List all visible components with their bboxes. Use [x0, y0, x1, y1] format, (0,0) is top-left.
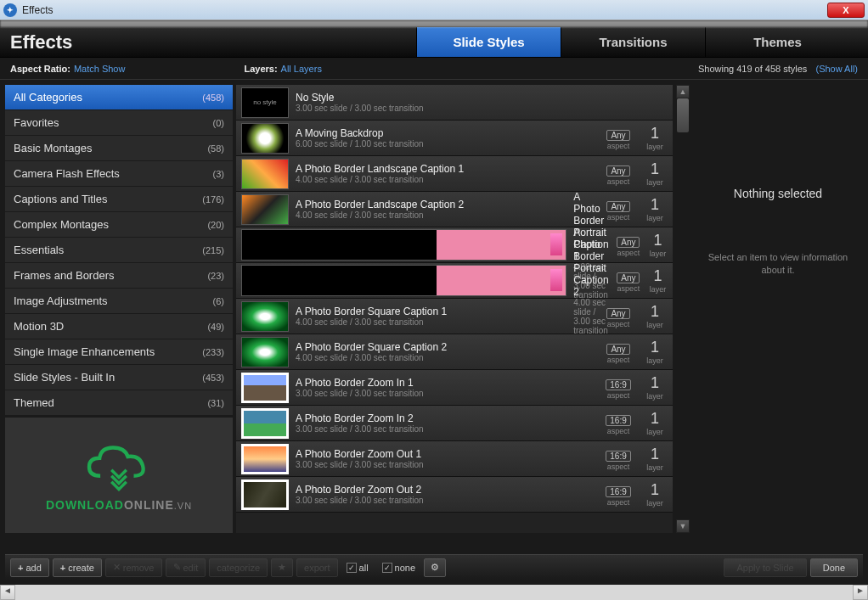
category-name: Captions and Titles: [14, 193, 108, 205]
horizontal-scrollbar[interactable]: ◄ ►: [0, 585, 868, 600]
category-item[interactable]: Captions and Titles(176): [5, 187, 233, 212]
aspect-label: aspect: [601, 142, 635, 150]
category-name: All Categories: [14, 91, 82, 104]
category-count: (233): [202, 347, 224, 357]
style-thumbnail: [241, 194, 289, 225]
category-name: Essentials: [14, 244, 64, 256]
style-row[interactable]: no styleNo Style3.00 sec slide / 3.00 se…: [236, 85, 673, 121]
tab-transitions[interactable]: Transitions: [561, 27, 705, 57]
style-name: A Photo Border Portrait Caption 2: [573, 227, 608, 298]
category-name: Camera Flash Effects: [14, 167, 120, 180]
edit-button: ✎edit: [166, 558, 206, 577]
style-row[interactable]: A Moving Backdrop6.00 sec slide / 1.00 s…: [236, 121, 673, 156]
window-title: Effects: [22, 4, 53, 16]
style-desc: 3.00 sec slide / 3.00 sec transition: [296, 460, 595, 469]
select-all-checkbox[interactable]: ✓all: [341, 563, 374, 573]
style-name: No Style: [296, 92, 595, 104]
category-item[interactable]: Frames and Borders(23): [5, 263, 233, 289]
category-item[interactable]: All Categories(458): [5, 85, 233, 110]
layer-label: layer: [642, 463, 668, 472]
style-thumbnail: [241, 159, 289, 189]
aspect-label: aspect: [601, 427, 635, 435]
hscroll-track[interactable]: [15, 585, 853, 600]
style-list[interactable]: no styleNo Style3.00 sec slide / 3.00 se…: [236, 85, 673, 533]
select-none-checkbox[interactable]: ✓none: [377, 563, 420, 573]
style-row[interactable]: A Photo Border Zoom Out 13.00 sec slide …: [236, 441, 673, 477]
page-title: Effects: [0, 31, 416, 53]
style-thumbnail: [241, 479, 289, 510]
style-desc: 4.00 sec slide / 3.00 sec transition: [296, 210, 595, 220]
style-name: A Photo Border Zoom In 2: [296, 412, 595, 424]
style-name: A Photo Border Landscape Caption 1: [296, 163, 595, 175]
category-count: (453): [202, 373, 224, 383]
style-desc: 3.00 sec slide / 3.00 sec transition: [296, 389, 595, 398]
layer-label: layer: [642, 499, 668, 507]
layer-count: 1: [642, 446, 668, 463]
layer-count: 1: [642, 125, 668, 143]
scroll-left-button[interactable]: ◄: [0, 585, 15, 600]
style-row[interactable]: A Photo Border Zoom In 23.00 sec slide /…: [236, 406, 673, 441]
category-item[interactable]: Single Image Enhancements(233): [5, 339, 233, 365]
tab-slide-styles[interactable]: Slide Styles: [416, 27, 561, 57]
style-name: A Photo Border Zoom In 1: [296, 377, 595, 389]
layer-label: layer: [642, 356, 668, 365]
scroll-thumb[interactable]: [677, 98, 689, 132]
create-button[interactable]: +create: [53, 558, 102, 577]
style-row[interactable]: A Photo Border Zoom Out 23.00 sec slide …: [236, 477, 673, 513]
style-row[interactable]: A Photo Border Portrait Caption 24.00 se…: [236, 263, 673, 299]
apply-button: Apply to Slide: [724, 558, 806, 577]
cloud-download-icon: [81, 439, 157, 498]
layer-count: 1: [642, 196, 668, 214]
style-row[interactable]: A Photo Border Zoom In 13.00 sec slide /…: [236, 370, 673, 406]
layer-count: 1: [648, 267, 668, 285]
style-name: A Photo Border Zoom Out 2: [296, 484, 595, 496]
sidebar: All Categories(458)Favorites(0)Basic Mon…: [5, 85, 233, 533]
app-icon: ✦: [3, 3, 17, 17]
scroll-up-button[interactable]: ▲: [676, 85, 690, 98]
category-list: All Categories(458)Favorites(0)Basic Mon…: [5, 85, 233, 416]
layer-count: 1: [642, 303, 668, 321]
style-thumbnail: [241, 301, 289, 332]
style-name: A Photo Border Square Caption 2: [296, 341, 595, 353]
category-item[interactable]: Motion 3D(49): [5, 314, 233, 339]
preview-title: Nothing selected: [702, 187, 854, 200]
category-item[interactable]: Camera Flash Effects(3): [5, 161, 233, 187]
aspect-badge: 16:9: [606, 415, 630, 426]
category-name: Favorites: [14, 116, 59, 129]
scroll-right-button[interactable]: ►: [853, 585, 868, 600]
style-thumbnail: [241, 229, 566, 261]
category-item[interactable]: Image Adjustments(6): [5, 289, 233, 314]
aspect-ratio-value[interactable]: Match Show: [74, 64, 126, 74]
aspect-label: aspect: [601, 177, 635, 186]
aspect-label: aspect: [601, 498, 635, 507]
category-item[interactable]: Favorites(0): [5, 110, 233, 136]
category-count: (3): [213, 169, 224, 179]
category-item[interactable]: Slide Styles - Built In(453): [5, 365, 233, 390]
style-name: A Photo Border Zoom Out 1: [296, 448, 595, 460]
category-item[interactable]: Essentials(215): [5, 238, 233, 263]
category-name: Motion 3D: [14, 320, 64, 333]
style-thumbnail: [241, 408, 289, 439]
close-button[interactable]: X: [827, 3, 865, 18]
category-item[interactable]: Themed(31): [5, 390, 233, 416]
add-button[interactable]: +add: [10, 558, 49, 577]
aspect-badge: Any: [606, 201, 629, 212]
aspect-badge: Any: [617, 237, 640, 248]
settings-button[interactable]: ⚙: [424, 558, 446, 577]
scroll-down-button[interactable]: ▼: [676, 519, 690, 533]
layers-value[interactable]: All Layers: [281, 64, 322, 74]
category-name: Image Adjustments: [14, 294, 108, 307]
category-item[interactable]: Complex Montages(20): [5, 212, 233, 238]
tab-themes[interactable]: Themes: [705, 27, 849, 57]
style-desc: 3.00 sec slide / 3.00 sec transition: [296, 496, 595, 505]
scroll-track[interactable]: [676, 98, 690, 519]
style-desc: 4.00 sec slide / 3.00 sec transition: [296, 353, 595, 362]
done-button[interactable]: Done: [810, 558, 858, 577]
show-all-link[interactable]: (Show All): [815, 64, 858, 74]
tabs: Slide StylesTransitionsThemes: [416, 27, 849, 57]
style-row[interactable]: A Photo Border Square Caption 24.00 sec …: [236, 334, 673, 370]
export-button: export: [296, 558, 338, 577]
style-row[interactable]: A Photo Border Landscape Caption 14.00 s…: [236, 156, 673, 192]
vertical-scrollbar[interactable]: ▲ ▼: [676, 85, 690, 533]
category-item[interactable]: Basic Montages(58): [5, 136, 233, 161]
